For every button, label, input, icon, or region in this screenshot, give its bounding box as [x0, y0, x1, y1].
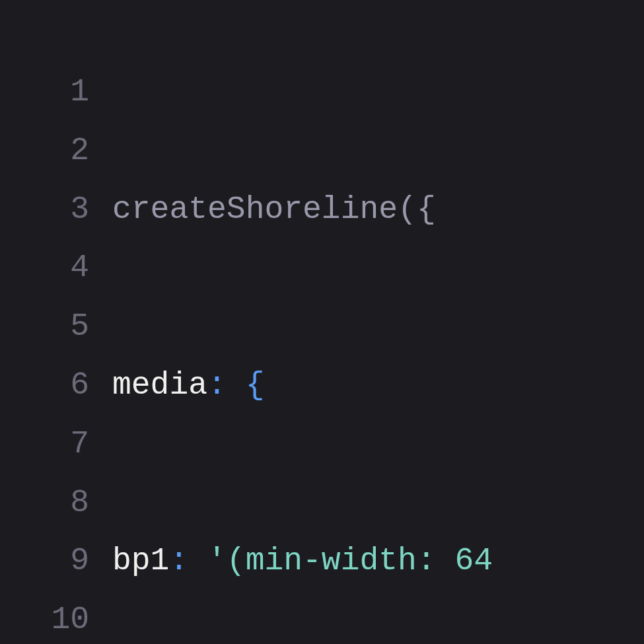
line-number: 6: [0, 356, 89, 415]
line-number: 10: [0, 590, 89, 644]
line-number: 4: [0, 238, 89, 297]
colon: :: [207, 367, 227, 403]
line-number: 8: [0, 474, 89, 532]
code-editor[interactable]: 1 2 3 4 5 6 7 8 9 10 createShoreline({ m…: [0, 63, 644, 644]
line-number: 9: [0, 532, 89, 590]
code-line[interactable]: createShoreline({: [112, 180, 493, 239]
code-area[interactable]: createShoreline({ media: { bp1: '(min-wi…: [112, 63, 493, 644]
line-number: 7: [0, 415, 89, 474]
function-name: createShoreline: [112, 192, 398, 227]
code-line[interactable]: bp1: '(min-width: 64: [112, 532, 493, 590]
line-number: 1: [0, 63, 89, 122]
line-number-gutter: 1 2 3 4 5 6 7 8 9 10: [0, 63, 112, 644]
line-number: 2: [0, 122, 89, 180]
code-line[interactable]: media: {: [112, 356, 493, 415]
colon: :: [169, 543, 188, 579]
property-key: media: [112, 367, 207, 403]
string-literal: '(min-width: 64: [188, 543, 493, 579]
line-number: 5: [0, 297, 89, 356]
property-key: bp1: [112, 543, 169, 579]
paren-brace-open: ({: [398, 192, 436, 227]
line-number: 3: [0, 180, 89, 239]
brace-open: {: [227, 367, 265, 403]
